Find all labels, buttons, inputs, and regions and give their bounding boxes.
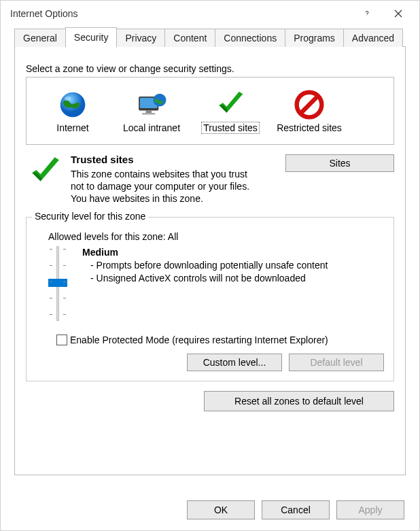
dialog-button-bar: OK Cancel Apply <box>1 500 419 530</box>
level-bullet-1: - Prompts before downloading potentially… <box>82 259 328 272</box>
zone-label: Internet <box>56 122 88 133</box>
security-panel: Select a zone to view or change security… <box>14 47 406 475</box>
zone-trusted-sites[interactable]: Trusted sites <box>191 86 270 135</box>
svg-rect-5 <box>142 113 155 115</box>
zone-internet[interactable]: Internet <box>33 87 112 135</box>
tab-content[interactable]: Content <box>164 29 215 47</box>
svg-point-1 <box>65 97 71 101</box>
tab-privacy[interactable]: Privacy <box>116 29 165 47</box>
default-level-button[interactable]: Default level <box>289 354 384 371</box>
tab-connections[interactable]: Connections <box>215 29 285 47</box>
apply-button[interactable]: Apply <box>336 500 404 519</box>
zone-restricted-sites[interactable]: Restricted sites <box>270 87 349 135</box>
svg-rect-4 <box>145 111 152 113</box>
zone-local-intranet[interactable]: Local intranet <box>112 87 191 135</box>
protected-mode-checkbox[interactable] <box>56 335 67 345</box>
ok-button[interactable]: OK <box>187 500 255 519</box>
help-icon <box>362 9 372 18</box>
tab-general[interactable]: General <box>14 29 66 47</box>
tab-security[interactable]: Security <box>65 27 118 48</box>
group-legend: Security level for this zone <box>32 211 148 222</box>
window-title: Internet Options <box>10 8 351 19</box>
zone-list: Internet Local intranet Trusted sites Re… <box>26 77 394 145</box>
protected-mode-label: Enable Protected Mode (requires restarti… <box>70 335 328 345</box>
tab-strip: General Security Privacy Content Connect… <box>1 27 419 47</box>
prohibit-icon <box>270 88 349 121</box>
tab-advanced[interactable]: Advanced <box>343 29 403 47</box>
cancel-button[interactable]: Cancel <box>262 500 330 519</box>
zone-detail-line2: You have websites in this zone. <box>71 192 279 205</box>
level-description: Medium - Prompts before downloading pote… <box>82 246 328 321</box>
allowed-levels-label: Allowed levels for this zone: All <box>48 231 384 242</box>
zone-details: Trusted sites This zone contains website… <box>26 153 394 205</box>
zone-label: Restricted sites <box>277 122 342 133</box>
internet-options-dialog: Internet Options General Security Privac… <box>0 0 420 531</box>
reset-all-zones-button[interactable]: Reset all zones to default level <box>204 391 394 411</box>
help-button[interactable] <box>351 3 383 24</box>
level-bullet-2: - Unsigned ActiveX controls will not be … <box>82 272 328 285</box>
custom-level-button[interactable]: Custom level... <box>187 354 282 371</box>
close-button[interactable] <box>383 3 414 24</box>
sites-button[interactable]: Sites <box>285 154 394 172</box>
tab-programs[interactable]: Programs <box>285 29 344 47</box>
zone-label: Trusted sites <box>201 122 260 134</box>
globe-icon <box>33 88 112 121</box>
security-level-slider[interactable] <box>44 246 71 321</box>
zone-instruction: Select a zone to view or change security… <box>26 63 394 74</box>
check-icon <box>191 88 270 120</box>
level-name: Medium <box>82 246 328 259</box>
titlebar: Internet Options <box>1 1 419 27</box>
zone-detail-title: Trusted sites <box>71 153 279 167</box>
zone-detail-line1: This zone contains websites that you tru… <box>71 168 254 192</box>
zone-label: Local intranet <box>123 122 180 133</box>
security-level-group: Security level for this zone Allowed lev… <box>26 217 394 381</box>
check-icon <box>26 153 64 205</box>
close-icon <box>394 10 402 18</box>
monitor-globe-icon <box>112 88 191 121</box>
